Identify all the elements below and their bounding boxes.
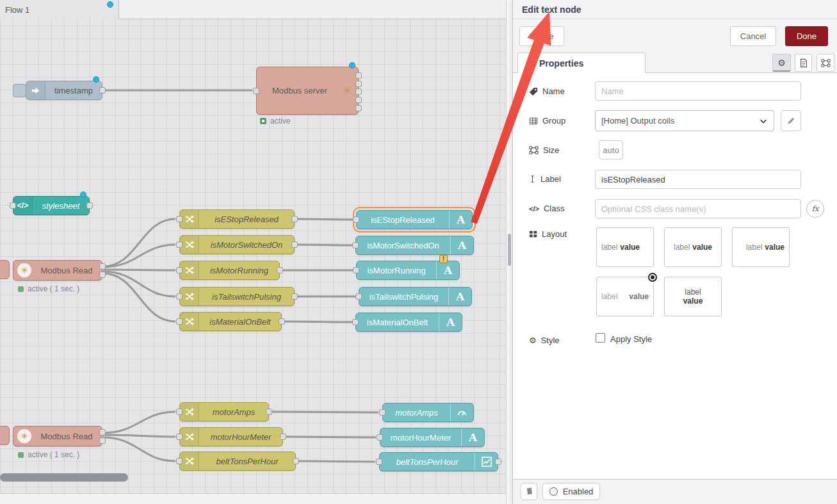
- output-port[interactable]: [99, 263, 106, 270]
- text-node-selected[interactable]: isEStopReleased A: [356, 210, 473, 229]
- wire[interactable]: [282, 437, 376, 437]
- wire[interactable]: [103, 437, 175, 461]
- output-port[interactable]: [86, 202, 93, 209]
- group-select[interactable]: [Home] Output coils: [595, 110, 774, 131]
- stylesheet-node[interactable]: </> stylesheet: [13, 196, 90, 215]
- output-port[interactable]: [355, 88, 362, 95]
- input-port[interactable]: [355, 293, 362, 300]
- change-node[interactable]: isEStopReleased: [179, 209, 295, 229]
- input-port[interactable]: [377, 434, 383, 441]
- tab-properties[interactable]: Properties: [517, 53, 646, 73]
- input-port[interactable]: [10, 202, 16, 209]
- layout-option-stacked[interactable]: labelvalue: [664, 277, 722, 316]
- gauge-node[interactable]: motorAmps: [382, 403, 474, 422]
- wire[interactable]: [103, 219, 175, 266]
- input-port[interactable]: [176, 241, 183, 248]
- change-node[interactable]: beltTonsPerHour: [179, 451, 296, 471]
- vertical-scrollbar[interactable]: [508, 234, 511, 266]
- output-port[interactable]: [291, 241, 298, 248]
- output-port[interactable]: [266, 409, 272, 415]
- change-node[interactable]: motorHourMeter: [179, 427, 283, 446]
- inject-node-timestamp[interactable]: timestamp: [26, 81, 102, 100]
- text-node[interactable]: motorHourMeter A: [380, 428, 485, 447]
- output-port[interactable]: [279, 318, 285, 325]
- docs-button[interactable]: [521, 483, 537, 500]
- wire[interactable]: [268, 412, 378, 412]
- input-port[interactable]: [353, 267, 359, 273]
- chart-node[interactable]: beltTonsPerHour: [379, 452, 498, 471]
- inject-button[interactable]: [13, 84, 26, 97]
- wire[interactable]: [103, 435, 175, 437]
- wire[interactable]: [282, 321, 352, 322]
- output-port[interactable]: [495, 459, 501, 465]
- fx-badge[interactable]: fx: [806, 200, 824, 218]
- layout-option-center[interactable]: labelvalue: [664, 227, 722, 267]
- modbus-read-node[interactable]: ✳ Modbus Read: [13, 426, 102, 446]
- apply-style-checkbox[interactable]: [596, 333, 605, 343]
- input-port[interactable]: [176, 216, 183, 222]
- name-input[interactable]: [595, 81, 801, 101]
- layout-option-left[interactable]: labelvalue: [596, 227, 654, 267]
- wire[interactable]: [295, 461, 375, 462]
- delete-button[interactable]: Delete: [519, 26, 564, 46]
- output-port[interactable]: [293, 458, 299, 464]
- output-port[interactable]: [355, 81, 362, 87]
- tab-flow-1[interactable]: Flow 1: [0, 0, 119, 19]
- input-port[interactable]: [176, 318, 183, 325]
- done-button[interactable]: Done: [785, 26, 828, 46]
- change-node[interactable]: motorAmps: [179, 402, 269, 421]
- output-port[interactable]: [99, 429, 106, 435]
- label-input[interactable]: [595, 170, 801, 189]
- input-port[interactable]: [353, 216, 359, 223]
- input-port[interactable]: [253, 88, 259, 94]
- text-node[interactable]: isTailswitchPulsing A: [359, 287, 472, 306]
- partial-node[interactable]: [0, 426, 10, 445]
- enabled-toggle-button[interactable]: Enabled: [542, 483, 600, 500]
- wire[interactable]: [295, 219, 353, 220]
- node-appearance-button[interactable]: [817, 54, 834, 72]
- change-node[interactable]: isMaterialOnBelt: [179, 312, 282, 331]
- edit-group-button[interactable]: [781, 110, 801, 131]
- output-port[interactable]: [277, 267, 283, 273]
- wire[interactable]: [295, 245, 352, 245]
- output-port[interactable]: [99, 437, 106, 444]
- input-port[interactable]: [176, 458, 183, 464]
- output-port[interactable]: [99, 87, 106, 93]
- layout-selected-radio[interactable]: [648, 273, 657, 282]
- layout-option-spread[interactable]: labelvalue: [596, 277, 654, 316]
- input-port[interactable]: [176, 434, 183, 440]
- layout-option-right[interactable]: labelvalue: [732, 227, 790, 267]
- change-node[interactable]: isTailswitchPulsing: [179, 287, 295, 306]
- output-port[interactable]: [99, 272, 106, 278]
- change-node[interactable]: isMotorRunning: [179, 261, 280, 280]
- wire[interactable]: [103, 273, 175, 321]
- modbus-server-node[interactable]: Modbus server ✳: [256, 67, 359, 115]
- wire[interactable]: [103, 412, 175, 433]
- node-description-button[interactable]: [795, 54, 812, 72]
- input-port[interactable]: [176, 267, 183, 273]
- input-port[interactable]: [379, 409, 386, 416]
- output-port[interactable]: [355, 72, 362, 79]
- node-settings-button[interactable]: ⚙: [772, 54, 791, 72]
- text-node[interactable]: isMaterialOnBelt A: [355, 313, 462, 332]
- horizontal-scrollbar[interactable]: [0, 473, 128, 482]
- class-input[interactable]: [595, 199, 801, 218]
- modbus-read-node[interactable]: ✳ Modbus Read: [13, 260, 102, 280]
- output-port[interactable]: [291, 216, 298, 222]
- input-port[interactable]: [352, 319, 359, 325]
- change-node[interactable]: isMotorSwitchedOn: [179, 235, 295, 254]
- input-port[interactable]: [376, 459, 382, 465]
- input-port[interactable]: [176, 409, 183, 415]
- partial-node[interactable]: [0, 260, 10, 279]
- input-port[interactable]: [352, 242, 359, 248]
- size-auto-button[interactable]: auto: [599, 140, 623, 159]
- output-port[interactable]: [355, 97, 362, 103]
- wire[interactable]: [103, 270, 175, 270]
- input-port[interactable]: [176, 293, 183, 300]
- text-node[interactable]: ! isMotorRunning A: [356, 261, 460, 280]
- output-port[interactable]: [355, 105, 362, 111]
- flow-canvas[interactable]: timestamp Modbus server ✳ active </> sty…: [0, 0, 506, 504]
- cancel-button[interactable]: Cancel: [730, 26, 776, 46]
- output-port[interactable]: [291, 293, 298, 300]
- text-node[interactable]: isMotorSwitchedOn A: [355, 236, 474, 255]
